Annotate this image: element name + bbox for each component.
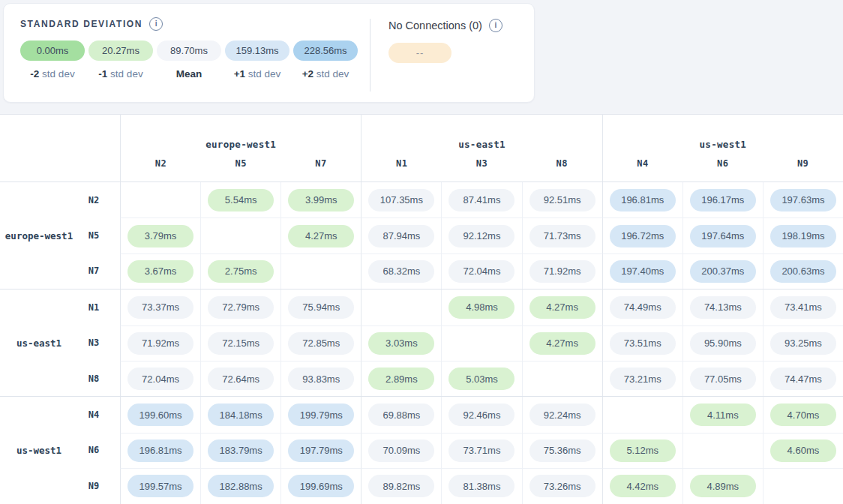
std-dev-label: +2 std dev bbox=[293, 68, 358, 80]
latency-cell: 68.32ms bbox=[361, 254, 441, 289]
latency-pill[interactable]: 4.70ms bbox=[770, 404, 836, 426]
latency-pill[interactable]: 3.99ms bbox=[288, 189, 354, 212]
latency-pill[interactable]: 196.17ms bbox=[690, 189, 756, 212]
latency-pill[interactable]: 72.64ms bbox=[208, 368, 274, 390]
latency-pill[interactable]: 4.27ms bbox=[530, 296, 596, 319]
latency-pill[interactable]: 107.35ms bbox=[368, 189, 434, 212]
latency-pill[interactable]: 68.32ms bbox=[368, 260, 434, 283]
latency-pill[interactable]: 4.42ms bbox=[610, 475, 676, 497]
latency-pill[interactable]: 5.12ms bbox=[610, 440, 676, 462]
latency-pill[interactable]: 92.12ms bbox=[448, 225, 514, 248]
latency-pill[interactable]: 92.46ms bbox=[448, 404, 514, 426]
self-cell bbox=[763, 468, 843, 503]
latency-pill[interactable]: 72.04ms bbox=[448, 260, 514, 283]
latency-pill[interactable]: 4.27ms bbox=[530, 332, 596, 355]
latency-pill[interactable]: 73.26ms bbox=[530, 475, 596, 497]
latency-pill[interactable]: 2.89ms bbox=[368, 368, 434, 390]
latency-pill[interactable]: 93.25ms bbox=[770, 332, 836, 355]
latency-pill[interactable]: 71.92ms bbox=[530, 260, 596, 283]
latency-pill[interactable]: 73.41ms bbox=[770, 296, 836, 319]
latency-pill[interactable]: 196.81ms bbox=[610, 189, 676, 212]
latency-pill[interactable]: 4.27ms bbox=[288, 225, 354, 248]
latency-pill[interactable]: 73.21ms bbox=[610, 368, 676, 390]
latency-pill[interactable]: 197.63ms bbox=[770, 189, 836, 212]
latency-pill[interactable]: 70.09ms bbox=[368, 440, 434, 462]
latency-pill[interactable]: 74.47ms bbox=[770, 368, 836, 390]
latency-pill[interactable]: 200.63ms bbox=[770, 260, 836, 283]
latency-cell: 93.25ms bbox=[763, 326, 843, 361]
latency-cell: 4.27ms bbox=[522, 290, 602, 325]
latency-pill[interactable]: 75.94ms bbox=[288, 296, 354, 319]
latency-pill[interactable]: 72.79ms bbox=[208, 296, 274, 319]
matrix-row-N8: N872.04ms72.64ms93.83ms2.89ms5.03ms73.21… bbox=[0, 361, 843, 396]
matrix-row-N5: europe-west1N53.79ms4.27ms87.94ms92.12ms… bbox=[0, 218, 843, 253]
latency-cell: 92.12ms bbox=[441, 218, 521, 253]
row-group-us-west1: N4199.60ms184.18ms199.79ms69.88ms92.46ms… bbox=[0, 396, 843, 503]
latency-cell: 89.82ms bbox=[361, 468, 441, 503]
latency-cell: 196.72ms bbox=[602, 218, 682, 253]
latency-pill[interactable]: 74.49ms bbox=[610, 296, 676, 319]
latency-pill[interactable]: 197.40ms bbox=[610, 260, 676, 283]
latency-cell: 5.12ms bbox=[602, 433, 682, 468]
latency-pill[interactable]: 199.60ms bbox=[128, 404, 194, 426]
latency-pill[interactable]: 183.79ms bbox=[208, 440, 274, 462]
latency-pill[interactable]: 196.72ms bbox=[610, 225, 676, 248]
latency-pill[interactable]: 182.88ms bbox=[208, 475, 274, 497]
latency-pill[interactable]: 199.69ms bbox=[288, 475, 354, 497]
latency-pill[interactable]: 2.75ms bbox=[208, 260, 274, 283]
latency-pill[interactable]: 72.15ms bbox=[208, 332, 274, 355]
matrix-corner bbox=[0, 115, 120, 182]
latency-pill[interactable]: 77.05ms bbox=[690, 368, 756, 390]
latency-pill[interactable]: 93.83ms bbox=[288, 368, 354, 390]
col-group-us-west1: us-west1N4N6N9 bbox=[602, 115, 843, 182]
latency-pill[interactable]: 4.60ms bbox=[770, 440, 836, 462]
info-icon[interactable]: i bbox=[149, 17, 163, 31]
latency-pill[interactable]: 69.88ms bbox=[368, 404, 434, 426]
latency-pill[interactable]: 73.71ms bbox=[448, 440, 514, 462]
latency-cell: 71.92ms bbox=[120, 326, 200, 361]
latency-pill[interactable]: 4.11ms bbox=[690, 404, 756, 426]
latency-cell: 3.79ms bbox=[120, 218, 200, 253]
latency-pill[interactable]: 197.64ms bbox=[690, 225, 756, 248]
row-node-label: N6 bbox=[75, 445, 112, 455]
latency-pill[interactable]: 87.41ms bbox=[448, 189, 514, 212]
latency-pill[interactable]: 89.82ms bbox=[368, 475, 434, 497]
latency-pill[interactable]: 197.79ms bbox=[288, 440, 354, 462]
latency-pill[interactable]: 72.04ms bbox=[128, 368, 194, 390]
latency-pill[interactable]: 73.37ms bbox=[128, 296, 194, 319]
latency-pill[interactable]: 95.90ms bbox=[690, 332, 756, 355]
latency-pill[interactable]: 74.13ms bbox=[690, 296, 756, 319]
latency-pill[interactable]: 3.67ms bbox=[128, 260, 194, 283]
info-icon[interactable]: i bbox=[489, 19, 502, 32]
latency-pill[interactable]: 4.89ms bbox=[690, 475, 756, 497]
latency-pill[interactable]: 5.54ms bbox=[208, 189, 274, 212]
latency-pill[interactable]: 81.38ms bbox=[448, 475, 514, 497]
latency-pill[interactable]: 87.94ms bbox=[368, 225, 434, 248]
col-node-label: N6 bbox=[682, 157, 763, 182]
latency-pill[interactable]: 196.81ms bbox=[128, 440, 194, 462]
latency-pill[interactable]: 3.03ms bbox=[368, 332, 434, 355]
latency-pill[interactable]: 3.79ms bbox=[128, 225, 194, 248]
latency-pill[interactable]: 4.98ms bbox=[448, 296, 514, 319]
latency-pill[interactable]: 92.24ms bbox=[530, 404, 596, 426]
latency-pill[interactable]: 184.18ms bbox=[208, 404, 274, 426]
col-node-label: N7 bbox=[281, 157, 362, 182]
latency-cell: 4.60ms bbox=[763, 433, 843, 468]
latency-pill[interactable]: 71.73ms bbox=[530, 225, 596, 248]
latency-pill[interactable]: 73.51ms bbox=[610, 332, 676, 355]
std-dev-label: Mean bbox=[157, 68, 221, 80]
latency-pill[interactable]: 5.03ms bbox=[448, 368, 514, 390]
col-node-label: N4 bbox=[603, 157, 683, 182]
latency-cell: 107.35ms bbox=[361, 182, 441, 218]
std-dev-title-row: STANDARD DEVIATION i bbox=[20, 17, 359, 31]
latency-pill[interactable]: 200.37ms bbox=[690, 260, 756, 283]
latency-pill[interactable]: 92.51ms bbox=[530, 189, 596, 212]
latency-cell: 200.63ms bbox=[763, 254, 843, 289]
latency-pill[interactable]: 72.85ms bbox=[288, 332, 354, 355]
latency-pill[interactable]: 75.36ms bbox=[530, 440, 596, 462]
latency-pill[interactable]: 71.92ms bbox=[128, 332, 194, 355]
row-label-cell: N2 bbox=[0, 182, 120, 218]
latency-pill[interactable]: 198.19ms bbox=[770, 225, 836, 248]
latency-pill[interactable]: 199.79ms bbox=[288, 404, 354, 426]
latency-pill[interactable]: 199.57ms bbox=[128, 475, 194, 497]
